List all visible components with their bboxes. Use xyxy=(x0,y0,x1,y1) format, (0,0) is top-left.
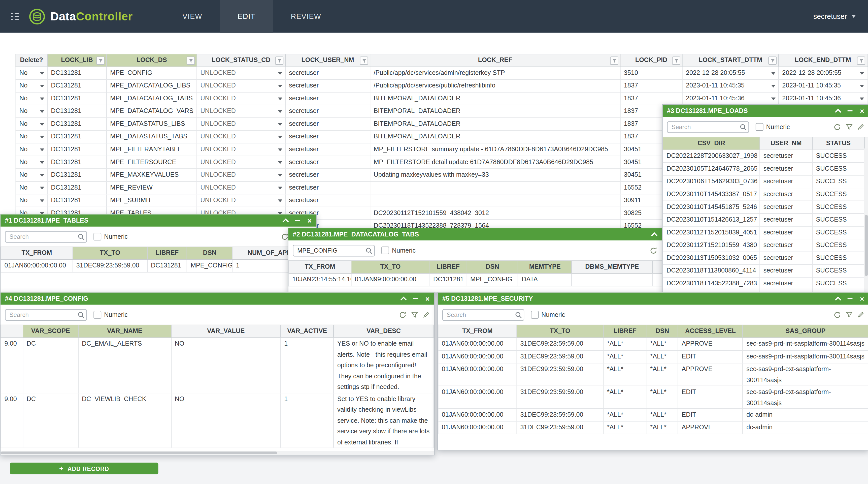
cell-lock-user[interactable]: secretuser xyxy=(286,131,370,143)
column-header-lock-user[interactable]: LOCK_USER_NM xyxy=(286,54,370,66)
cell-lock-ref[interactable] xyxy=(370,194,620,206)
cell-lock-status[interactable]: UNLOCKED xyxy=(197,67,286,79)
cell-lock-user[interactable]: secretuser xyxy=(286,118,370,130)
chevron-down-icon[interactable] xyxy=(278,123,282,126)
cell-lock-lib[interactable]: DC131281 xyxy=(48,143,107,155)
chevron-down-icon[interactable] xyxy=(40,161,44,164)
cell-lock-ref[interactable]: BITEMPORAL_DATALOADER xyxy=(370,92,620,105)
cell-delete[interactable]: No xyxy=(16,67,48,79)
viewbox-header[interactable]: #5 DC131281.MPE_SECURITY × xyxy=(438,292,868,305)
column-header[interactable]: VAR_SCOPE xyxy=(23,325,78,337)
chevron-down-icon[interactable] xyxy=(278,110,282,113)
cell-delete[interactable]: No xyxy=(16,169,48,181)
cell-lock-user[interactable]: secretuser xyxy=(286,156,370,168)
minimize-icon[interactable] xyxy=(295,220,300,221)
column-header[interactable]: TX_TO xyxy=(351,261,430,273)
collapse-icon[interactable] xyxy=(651,232,658,238)
viewbox-header[interactable]: #4 DC131281.MPE_CONFIG × xyxy=(0,292,434,305)
cell-lock-ref[interactable]: /Public/app/dc/services/admin/registerke… xyxy=(370,67,620,79)
cell-lock-user[interactable]: secretuser xyxy=(286,92,370,105)
cell-delete[interactable]: No xyxy=(16,80,48,92)
column-header[interactable]: VAR_ACTIVE xyxy=(281,325,334,337)
column-header[interactable]: TX_FROM xyxy=(289,261,351,273)
column-filter-button[interactable] xyxy=(610,56,618,65)
numeric-checkbox[interactable]: Numeric xyxy=(531,311,565,319)
cell-lock-lib[interactable]: DC131281 xyxy=(48,182,107,194)
column-header[interactable]: SAS_GROUP xyxy=(743,325,868,337)
numeric-checkbox[interactable]: Numeric xyxy=(93,311,128,319)
cell-lock-lib[interactable]: DC131281 xyxy=(48,169,107,181)
chevron-down-icon[interactable] xyxy=(40,72,44,75)
cell-lock-ref[interactable] xyxy=(370,182,620,194)
cell-lock-lib[interactable]: DC131281 xyxy=(48,131,107,143)
cell-lock-ds[interactable]: MPE_REVIEW xyxy=(107,182,197,194)
search-input[interactable] xyxy=(667,121,749,133)
numeric-checkbox[interactable]: Numeric xyxy=(381,247,415,254)
horizontal-scrollbar[interactable] xyxy=(0,451,434,455)
cell-lock-ref[interactable]: Updating maxkeyvalues with maxkey=33 xyxy=(370,169,620,181)
cell-lock-end[interactable]: 2023-01-11 10:45:35 xyxy=(779,80,868,92)
cell-lock-user[interactable]: secretuser xyxy=(286,182,370,194)
search-input[interactable] xyxy=(442,309,524,320)
chevron-down-icon[interactable] xyxy=(860,85,864,87)
column-header[interactable]: LIBREF xyxy=(430,261,467,273)
column-header-lock-ds[interactable]: LOCK_DS xyxy=(107,54,197,66)
cell-lock-status[interactable]: UNLOCKED xyxy=(197,80,286,92)
column-header[interactable]: MEMTYPE xyxy=(518,261,572,273)
funnel-icon[interactable] xyxy=(411,311,418,318)
column-filter-button[interactable] xyxy=(275,56,283,65)
cell-lock-pid[interactable]: 1837 xyxy=(621,92,683,105)
column-header[interactable]: LIBREF xyxy=(604,325,647,337)
cell-lock-ref[interactable]: BITEMPORAL_DATALOADER xyxy=(370,131,620,143)
collapse-icon[interactable] xyxy=(835,296,842,303)
column-header[interactable]: LIBREF xyxy=(148,247,187,259)
cell-lock-lib[interactable]: DC131281 xyxy=(48,80,107,92)
chevron-down-icon[interactable] xyxy=(278,174,282,177)
column-header-delete[interactable]: Delete? xyxy=(16,54,48,66)
cell-lock-pid[interactable]: 3510 xyxy=(621,67,683,79)
chevron-down-icon[interactable] xyxy=(771,97,776,100)
refresh-icon[interactable] xyxy=(399,311,407,318)
collapse-icon[interactable] xyxy=(283,218,289,225)
pencil-icon[interactable] xyxy=(858,311,864,318)
cell-lock-start[interactable]: 2023-01-11 10:45:36 xyxy=(683,92,779,105)
nav-item-review[interactable]: REVIEW xyxy=(273,0,339,33)
cell-lock-end[interactable]: 2023-01-11 10:45:36 xyxy=(779,92,868,105)
cell-lock-ds[interactable]: MPE_DATACATALOG_TABS xyxy=(107,92,197,105)
column-filter-button[interactable] xyxy=(672,56,680,65)
cell-delete[interactable]: No xyxy=(16,105,48,117)
search-input[interactable] xyxy=(5,231,87,242)
refresh-icon[interactable] xyxy=(281,233,288,240)
chevron-down-icon[interactable] xyxy=(40,110,44,113)
chevron-down-icon[interactable] xyxy=(278,136,282,138)
cell-lock-ds[interactable]: MPE_MAXKEYVALUES xyxy=(107,169,197,181)
column-header-lock-end[interactable]: LOCK_END_DTTM xyxy=(779,54,868,66)
minimize-icon[interactable] xyxy=(848,298,853,299)
pencil-icon[interactable] xyxy=(423,311,430,318)
column-filter-button[interactable] xyxy=(96,56,104,65)
column-filter-button[interactable] xyxy=(857,56,865,65)
cell-lock-end[interactable]: 2022-12-28 20:05:55 xyxy=(779,67,868,79)
minimize-icon[interactable] xyxy=(413,298,418,299)
cell-delete[interactable]: No xyxy=(16,194,48,206)
cell-lock-lib[interactable]: DC131281 xyxy=(48,156,107,168)
column-header[interactable]: DBMS_MEMTYPE xyxy=(572,261,653,273)
refresh-icon[interactable] xyxy=(834,311,841,318)
cell-delete[interactable]: No xyxy=(16,92,48,105)
cell-lock-status[interactable]: UNLOCKED xyxy=(197,105,286,117)
cell-lock-status[interactable]: UNLOCKED xyxy=(197,118,286,130)
viewbox-header[interactable]: #2 DC131281.MPE_DATACATALOG_TABS × xyxy=(288,228,685,240)
chevron-down-icon[interactable] xyxy=(278,85,282,87)
chevron-down-icon[interactable] xyxy=(40,85,44,87)
cell-lock-ref[interactable]: DC20230112T152101559_438042_3012 xyxy=(370,207,620,219)
chevron-down-icon[interactable] xyxy=(278,97,282,100)
cell-lock-status[interactable]: UNLOCKED xyxy=(197,182,286,194)
refresh-icon[interactable] xyxy=(650,247,657,254)
cell-lock-ds[interactable]: MPE_DATASTATUS_LIBS xyxy=(107,118,197,130)
funnel-icon[interactable] xyxy=(846,123,852,130)
chevron-down-icon[interactable] xyxy=(40,136,44,138)
cell-lock-lib[interactable]: DC131281 xyxy=(48,67,107,79)
column-header[interactable]: DSN xyxy=(467,261,518,273)
column-header[interactable]: VAR_VALUE xyxy=(171,325,281,337)
refresh-icon[interactable] xyxy=(834,123,841,131)
